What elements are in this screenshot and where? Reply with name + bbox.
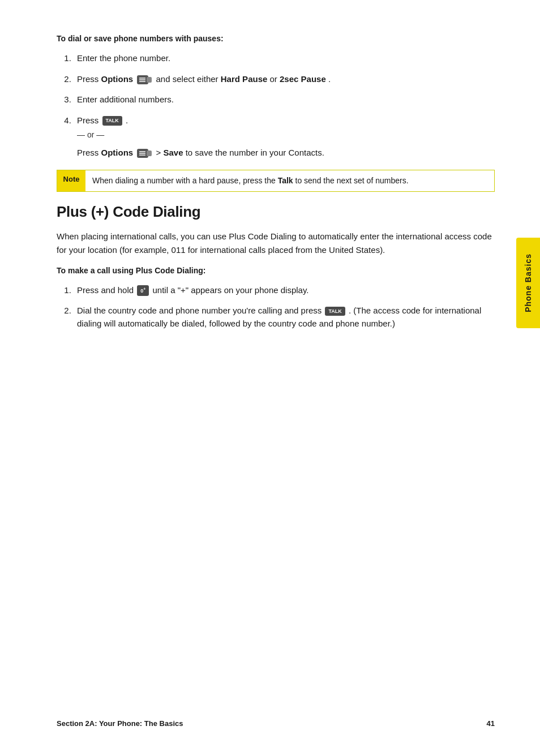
svg-rect-6 (147, 151, 152, 156)
plus-step-2: Dial the country code and phone number y… (74, 304, 495, 330)
plus-step-2-before: Dial the country code and phone number y… (77, 306, 324, 315)
step-2-bold2: Hard Pause (221, 74, 268, 84)
step-2-bold3: 2sec Pause (280, 74, 326, 84)
step-4-press-text: Press (77, 115, 101, 125)
step-3-text: Enter additional numbers. (77, 94, 174, 104)
step-2: Press Options and select either Hard Pau… (74, 73, 495, 86)
options-icon-1 (136, 74, 152, 85)
talk-icon-2: TALK (325, 307, 345, 316)
arrow-text: > (156, 148, 164, 157)
step-2-after: . (328, 74, 331, 84)
talk-icon-1: TALK (102, 116, 122, 126)
note-text-before: When dialing a number with a hard pause,… (92, 176, 278, 185)
step-4-bold5: Save (163, 148, 183, 157)
step-2-before: Press (77, 74, 101, 84)
section-heading: Plus (+) Code Dialing (57, 203, 495, 221)
footer: Section 2A: Your Phone: The Basics 41 (57, 719, 495, 728)
step-3: Enter additional numbers. (74, 93, 495, 106)
options-icon-2 (136, 148, 152, 159)
svg-rect-1 (147, 77, 152, 83)
step-4-dot: . (126, 115, 128, 125)
step-2-bold1: Options (101, 74, 134, 84)
note-text-after: to send the next set of numbers. (295, 176, 409, 185)
step-2-or: or (270, 74, 280, 84)
make-call-heading: To make a call using Plus Code Dialing: (57, 266, 495, 275)
step-4-content: Press TALK . — or — Press Options (77, 114, 495, 160)
plus-step-1-before: Press and hold (77, 285, 136, 295)
note-bold: Talk (278, 176, 293, 185)
plus-step-1-after: until a "+" appears on your phone displa… (153, 285, 309, 295)
step-4: Press TALK . — or — Press Options (74, 114, 495, 160)
note-content: When dialing a number with a hard pause,… (85, 170, 415, 191)
press-save-line: Press Options > Save to save the (77, 147, 495, 160)
side-tab-label: Phone Basics (524, 254, 533, 312)
side-tab: Phone Basics (516, 238, 540, 328)
press-options-text: Press (77, 148, 101, 157)
page-container: Phone Basics To dial or save phone numbe… (0, 0, 540, 756)
note-box: Note When dialing a number with a hard p… (57, 170, 495, 192)
or-line: — or — (77, 129, 495, 141)
plus-steps-list: Press and hold 0+ until a "+" appears on… (74, 284, 495, 330)
zero-icon: 0+ (137, 285, 149, 296)
body-paragraph: When placing international calls, you ca… (57, 230, 495, 257)
step-4-press-line: Press TALK . (77, 114, 495, 127)
plus-step-1: Press and hold 0+ until a "+" appears on… (74, 284, 495, 297)
intro-heading: To dial or save phone numbers with pause… (57, 34, 495, 43)
footer-left: Section 2A: Your Phone: The Basics (57, 719, 183, 728)
steps-list: Enter the phone number. Press Options an… (74, 52, 495, 160)
step-4-after: to save the number in your Contacts. (186, 148, 324, 157)
step-4-bold4: Options (101, 148, 134, 157)
step-1-text: Enter the phone number. (77, 53, 170, 63)
step-1: Enter the phone number. (74, 52, 495, 65)
step-2-middle: and select either (156, 74, 221, 84)
footer-right: 41 (487, 719, 495, 728)
note-label: Note (57, 170, 85, 191)
